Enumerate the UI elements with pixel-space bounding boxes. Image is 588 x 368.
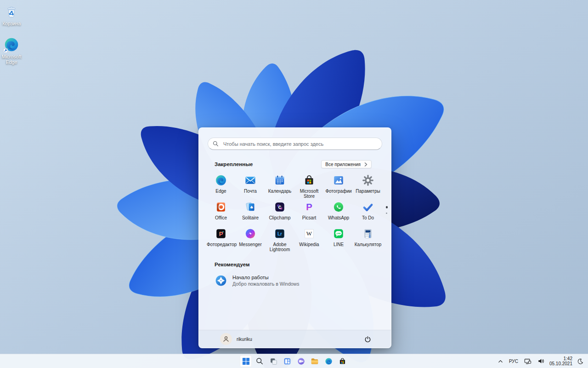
app-label: Параметры [356, 189, 380, 194]
pinned-app-whatsapp[interactable]: WhatsApp [324, 199, 353, 226]
pinned-app-messenger[interactable]: Messenger [236, 226, 265, 253]
search-icon [256, 357, 263, 365]
desktop-icon-label: Корзина [2, 21, 21, 26]
recycle-bin-icon [5, 6, 18, 19]
file-explorer-icon [311, 357, 319, 365]
start-menu-panel: Закрепленные Все приложения Edge Почта К… [198, 127, 391, 348]
moon-icon [577, 358, 583, 364]
taskbar-widgets-button[interactable] [281, 355, 293, 367]
get-started-icon [215, 274, 227, 287]
pinned-app-picsart[interactable]: P Picsart [294, 199, 324, 226]
widgets-icon [283, 357, 291, 365]
pinned-app-lightroom[interactable]: Lr Adobe Lightroom [265, 226, 294, 253]
power-button[interactable] [363, 334, 373, 344]
line-icon: LINE [333, 228, 345, 240]
user-name: rikuriku [237, 336, 252, 342]
edge-icon [215, 174, 227, 186]
taskbar-file-explorer-button[interactable] [309, 355, 321, 367]
app-label: Почта [244, 189, 257, 194]
user-avatar-icon [220, 333, 232, 345]
taskbar-store-button[interactable] [336, 355, 348, 367]
mail-icon [244, 174, 256, 186]
desktop-icon-label: Microsoft Edge [0, 54, 24, 65]
edge-icon [4, 37, 19, 52]
taskbar-edge-button[interactable] [322, 355, 334, 367]
pinned-app-calculator[interactable]: Калькулятор [353, 226, 383, 253]
app-label: LINE [334, 242, 344, 247]
svg-text:LINE: LINE [336, 232, 341, 235]
svg-text:Lr: Lr [277, 231, 282, 236]
pinned-app-edge[interactable]: Edge [206, 172, 236, 199]
taskbar-chat-button[interactable] [295, 355, 307, 367]
messenger-icon [244, 228, 256, 240]
start-search-input[interactable] [208, 138, 382, 150]
microsoft-store-icon [339, 357, 346, 365]
svg-text:♠: ♠ [249, 205, 253, 210]
calendar-icon [274, 174, 286, 186]
all-apps-label: Все приложения [325, 162, 361, 167]
app-label: Wikipedia [299, 242, 319, 247]
power-icon [364, 336, 371, 343]
todo-check-icon [362, 201, 374, 213]
pinned-app-microsoft-store[interactable]: Microsoft Store [294, 172, 324, 199]
windows-start-icon [242, 357, 250, 365]
chat-icon [297, 357, 305, 365]
pinned-pagination-dots[interactable] [386, 206, 388, 214]
tray-network-icon[interactable] [523, 357, 532, 366]
app-label: WhatsApp [328, 215, 349, 220]
start-search [208, 138, 382, 150]
pinned-app-settings[interactable]: Параметры [353, 172, 383, 199]
tray-language-indicator[interactable]: РУС [508, 358, 519, 365]
shortcut-arrow-icon [3, 48, 8, 53]
all-apps-button[interactable]: Все приложения [321, 160, 372, 168]
recommended-item-get-started[interactable]: Начало работы Добро пожаловать в Windows [215, 274, 375, 287]
tray-show-hidden-icons-button[interactable] [497, 358, 504, 365]
search-icon [213, 141, 219, 147]
lightroom-icon: Lr [274, 228, 286, 240]
tray-clock[interactable]: 1:42 05.10.2021 [549, 356, 572, 366]
pinned-section-title: Закрепленные [215, 161, 253, 167]
user-account-button[interactable]: rikuriku [220, 333, 252, 345]
pinned-app-solitaire[interactable]: ♠ Solitaire [236, 199, 265, 226]
picsart-icon: P [303, 201, 315, 213]
app-label: Solitaire [242, 215, 259, 220]
app-label: Edge [215, 189, 226, 194]
microsoft-store-icon [303, 174, 315, 186]
taskbar-start-button[interactable] [240, 355, 252, 367]
recommended-item-title: Начало работы [232, 275, 299, 280]
recommended-item-subtitle: Добро пожаловать в Windows [232, 281, 299, 287]
desktop-icon-ms-edge[interactable]: Microsoft Edge [0, 37, 24, 65]
tray-notifications-button[interactable] [577, 357, 584, 365]
pinned-app-photo-editor[interactable]: P Фоторедактор [206, 226, 236, 253]
settings-gear-icon [362, 174, 374, 186]
chevron-right-icon [364, 162, 368, 167]
recommended-section-title: Рекомендуем [215, 262, 250, 267]
taskbar-task-view-button[interactable] [267, 355, 279, 367]
pinned-app-wikipedia[interactable]: W Wikipedia [294, 226, 324, 253]
tray-volume-icon[interactable] [537, 357, 545, 365]
page-dot-active[interactable] [386, 206, 388, 208]
taskbar-search-button[interactable] [254, 355, 266, 367]
pinned-app-mail[interactable]: Почта [236, 172, 265, 199]
photos-icon [333, 174, 345, 186]
svg-text:P: P [219, 230, 223, 237]
pinned-app-calendar[interactable]: Календарь [265, 172, 294, 199]
app-label: To Do [362, 215, 374, 220]
app-label: Фоторедактор [207, 242, 235, 247]
pinned-app-line[interactable]: LINE LINE [324, 226, 353, 253]
pinned-app-clipchamp[interactable]: c Clipchamp [265, 199, 294, 226]
wikipedia-icon: W [303, 228, 315, 240]
clipchamp-icon: c [274, 201, 286, 213]
app-label: Фотографии [325, 189, 351, 194]
pinned-app-photos[interactable]: Фотографии [324, 172, 353, 199]
desktop-icon-recycle-bin[interactable]: Корзина [0, 6, 24, 26]
chevron-up-icon [498, 359, 503, 364]
page-dot[interactable] [386, 213, 387, 214]
pinned-app-office[interactable]: Office [206, 199, 236, 226]
app-label: Office [215, 215, 227, 220]
svg-text:W: W [306, 230, 312, 237]
pinned-app-to-do[interactable]: To Do [353, 199, 383, 226]
solitaire-icon: ♠ [244, 201, 256, 213]
app-label: Clipchamp [269, 215, 290, 220]
task-view-icon [270, 357, 277, 365]
